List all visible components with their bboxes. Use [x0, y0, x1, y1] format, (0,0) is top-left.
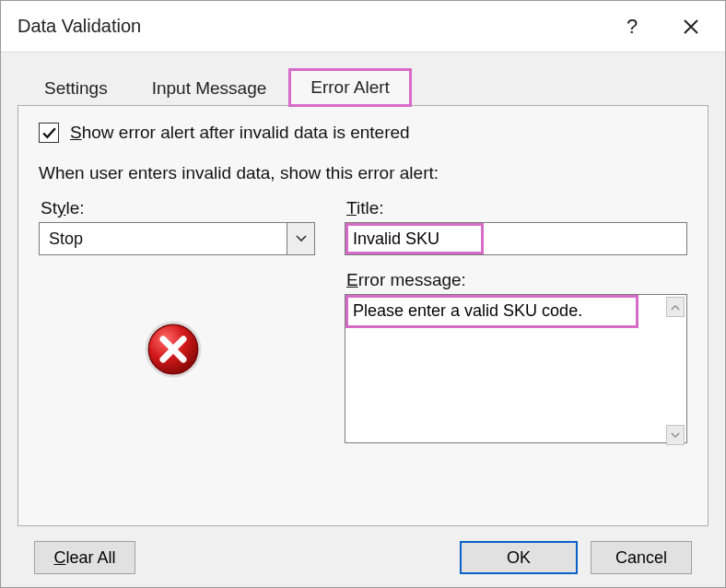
- data-validation-dialog: Data Validation ? Settings Input Message…: [0, 0, 726, 588]
- error-message-textarea[interactable]: [345, 294, 687, 443]
- dialog-body: Settings Input Message Error Alert Show …: [1, 53, 725, 587]
- form-columns: Style: Stop: [39, 198, 687, 448]
- textarea-scroll-down[interactable]: [666, 425, 685, 445]
- error-message-label: Error message:: [346, 270, 687, 290]
- stop-error-icon: [144, 320, 315, 383]
- style-label: Style:: [41, 198, 315, 218]
- cancel-button[interactable]: Cancel: [591, 541, 692, 574]
- tab-error-alert[interactable]: Error Alert: [289, 69, 411, 106]
- clear-all-button[interactable]: Clear All: [34, 541, 135, 574]
- ok-button[interactable]: OK: [460, 541, 578, 574]
- right-column: Title: Error message:: [345, 198, 687, 448]
- tab-input-message[interactable]: Input Message: [131, 70, 288, 106]
- show-error-alert-row: Show error alert after invalid data is e…: [39, 123, 687, 143]
- style-select-dropdown-button[interactable]: [287, 223, 314, 254]
- tab-row: Settings Input Message Error Alert: [23, 69, 708, 106]
- dialog-title: Data Validation: [18, 16, 611, 37]
- help-icon[interactable]: ?: [611, 6, 653, 48]
- title-label: Title:: [346, 198, 687, 218]
- close-icon[interactable]: [670, 6, 712, 48]
- tab-panel-error-alert: Show error alert after invalid data is e…: [18, 105, 708, 526]
- style-select[interactable]: Stop: [39, 222, 315, 255]
- title-input[interactable]: [345, 222, 687, 255]
- dialog-footer: Clear All OK Cancel: [18, 526, 708, 587]
- show-error-alert-label: Show error alert after invalid data is e…: [70, 123, 410, 143]
- style-column: Style: Stop: [39, 198, 315, 448]
- tab-settings[interactable]: Settings: [23, 70, 129, 106]
- textarea-scroll-up[interactable]: [666, 297, 685, 317]
- section-text: When user enters invalid data, show this…: [39, 163, 687, 183]
- titlebar: Data Validation ?: [1, 1, 725, 53]
- show-error-alert-checkbox[interactable]: [39, 123, 59, 143]
- style-select-value: Stop: [40, 229, 287, 249]
